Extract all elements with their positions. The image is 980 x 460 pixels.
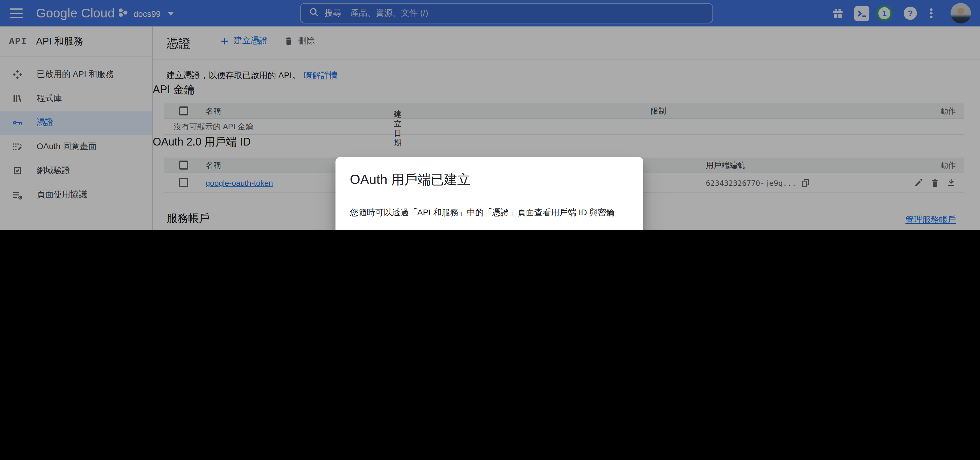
dialog-body-text: 您隨時可以透過「API 和服務」中的「憑證」頁面查看用戶端 ID 與密鑰 (350, 206, 629, 218)
oauth-created-dialog: OAuth 用戶端已建立 您隨時可以透過「API 和服務」中的「憑證」頁面查看用… (336, 157, 643, 230)
dialog-title: OAuth 用戶端已建立 (350, 171, 629, 188)
google-cloud-console: Google Cloud docs99 搜尋 產品、資源、文件 (/) (0, 0, 980, 230)
